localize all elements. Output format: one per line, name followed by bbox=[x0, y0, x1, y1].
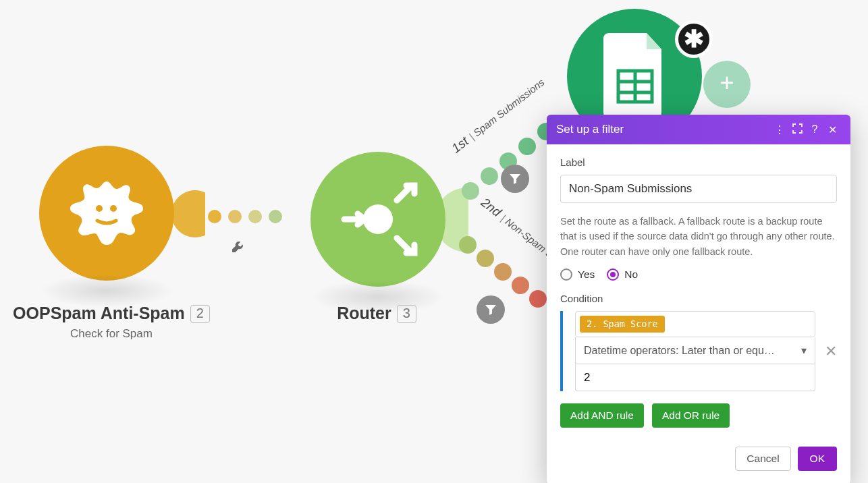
route1-ordinal: 1st bbox=[449, 134, 471, 155]
condition-label: Condition bbox=[560, 293, 837, 304]
route2-filter-icon[interactable] bbox=[477, 295, 505, 324]
add-module-button[interactable]: + bbox=[703, 61, 751, 108]
condition-chip[interactable]: 2. Spam Score bbox=[580, 316, 665, 333]
label-input[interactable] bbox=[560, 175, 837, 203]
expand-icon[interactable] bbox=[788, 123, 806, 136]
close-icon[interactable]: ✕ bbox=[823, 123, 841, 136]
chevron-down-icon: ▾ bbox=[801, 344, 807, 357]
cancel-button[interactable]: Cancel bbox=[735, 447, 790, 471]
oopspam-title-block: OOPSpam Anti-Spam2 Check for Spam bbox=[0, 304, 223, 341]
fallback-radio-group: Yes No bbox=[560, 268, 837, 281]
filter-dialog: Set up a filter ⋮ ? ✕ Label Set the rout… bbox=[547, 115, 850, 483]
star-icon: ✱ bbox=[684, 25, 704, 53]
star-badge[interactable]: ✱ bbox=[675, 20, 713, 58]
router-icon bbox=[310, 152, 445, 287]
fallback-help-text: Set the route as a fallback. A fallback … bbox=[560, 214, 837, 259]
module-oopspam[interactable] bbox=[39, 146, 174, 281]
scenario-canvas[interactable]: 1st| Spam Submissions 2nd| Non-Spam Subm… bbox=[0, 0, 868, 483]
oopspam-subtitle: Check for Spam bbox=[0, 327, 223, 341]
help-icon[interactable]: ? bbox=[806, 123, 823, 136]
more-icon[interactable]: ⋮ bbox=[771, 123, 788, 136]
route1-filter-icon[interactable] bbox=[501, 165, 529, 193]
module-shadow bbox=[39, 274, 174, 308]
oopspam-title: OOPSpam Anti-Spam bbox=[13, 304, 185, 322]
svg-point-1 bbox=[110, 205, 117, 212]
module-router[interactable] bbox=[310, 152, 445, 287]
operator-label: Datetime operators: Later than or equ… bbox=[584, 345, 775, 357]
svg-point-0 bbox=[96, 205, 103, 212]
add-and-rule-button[interactable]: Add AND rule bbox=[560, 403, 644, 428]
fallback-no-radio[interactable]: No bbox=[607, 268, 638, 281]
plus-icon: + bbox=[720, 69, 734, 96]
router-title-block: Router3 bbox=[289, 304, 464, 323]
add-or-rule-button[interactable]: Add OR rule bbox=[652, 403, 730, 428]
condition-block: 2. Spam Score Datetime operators: Later … bbox=[560, 311, 815, 391]
dialog-header[interactable]: Set up a filter ⋮ ? ✕ bbox=[547, 115, 850, 144]
fallback-yes-radio[interactable]: Yes bbox=[560, 268, 595, 281]
route1-text: Spam Submissions bbox=[471, 76, 547, 138]
router-title: Router bbox=[337, 304, 391, 322]
condition-value-input[interactable] bbox=[575, 364, 815, 391]
remove-condition-button[interactable]: ✕ bbox=[825, 343, 837, 360]
sheets-icon bbox=[603, 33, 667, 118]
label-field-label: Label bbox=[560, 157, 837, 168]
dialog-title: Set up a filter bbox=[556, 123, 624, 136]
route2-ordinal: 2nd bbox=[479, 195, 504, 219]
operator-select[interactable]: Datetime operators: Later than or equ… ▾ bbox=[575, 337, 815, 364]
oopspam-icon bbox=[66, 176, 147, 250]
oopspam-left-arc bbox=[0, 181, 40, 247]
router-number: 3 bbox=[397, 305, 416, 323]
condition-field-input[interactable]: 2. Spam Score bbox=[575, 311, 815, 337]
ok-button[interactable]: OK bbox=[798, 447, 837, 471]
oopspam-right-arc bbox=[171, 190, 205, 237]
oopspam-number: 2 bbox=[190, 305, 210, 323]
wrench-icon[interactable] bbox=[231, 240, 244, 257]
